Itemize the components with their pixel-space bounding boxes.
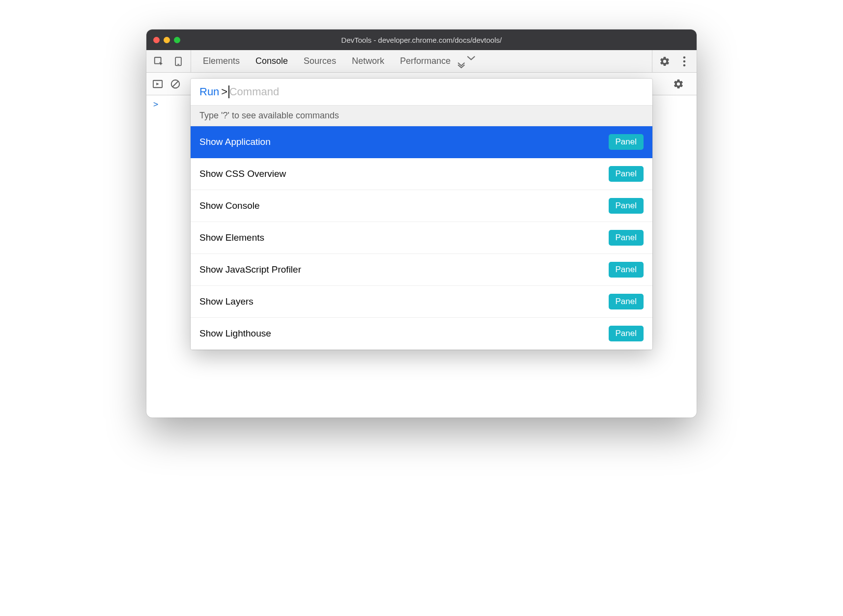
command-item-badge: Panel xyxy=(609,326,644,341)
command-item-show-console[interactable]: Show Console Panel xyxy=(191,190,652,222)
svg-point-4 xyxy=(683,60,686,62)
devtools-window: DevTools - developer.chrome.com/docs/dev… xyxy=(146,29,697,418)
settings-gear-icon[interactable] xyxy=(659,56,670,67)
command-item-show-lighthouse[interactable]: Show Lighthouse Panel xyxy=(191,318,652,350)
tab-performance[interactable]: Performance xyxy=(400,56,450,66)
more-menu-icon[interactable] xyxy=(679,56,690,67)
tab-sources[interactable]: Sources xyxy=(304,56,336,66)
command-item-badge: Panel xyxy=(609,134,644,150)
command-item-show-elements[interactable]: Show Elements Panel xyxy=(191,222,652,254)
minimize-window-button[interactable] xyxy=(164,37,170,43)
window-title: DevTools - developer.chrome.com/docs/dev… xyxy=(146,36,697,44)
titlebar: DevTools - developer.chrome.com/docs/dev… xyxy=(146,29,697,50)
svg-line-9 xyxy=(173,81,178,86)
command-menu-symbol: > xyxy=(221,85,227,98)
command-menu-prefix: Run xyxy=(199,85,219,98)
command-item-label: Show CSS Overview xyxy=(199,168,609,179)
command-item-badge: Panel xyxy=(609,230,644,246)
tab-network[interactable]: Network xyxy=(352,56,384,66)
more-tabs-icon[interactable] xyxy=(466,55,476,68)
svg-point-5 xyxy=(683,64,686,66)
command-item-badge: Panel xyxy=(609,262,644,278)
close-window-button[interactable] xyxy=(153,37,160,43)
main-tabbar: Elements Console Sources Network Perform… xyxy=(146,50,697,73)
command-item-badge: Panel xyxy=(609,166,644,182)
command-item-badge: Panel xyxy=(609,198,644,214)
maximize-window-button[interactable] xyxy=(174,37,180,43)
tab-list: Elements Console Sources Network Perform… xyxy=(191,50,652,72)
command-item-show-layers[interactable]: Show Layers Panel xyxy=(191,286,652,318)
command-item-show-css-overview[interactable]: Show CSS Overview Panel xyxy=(191,158,652,190)
traffic-lights xyxy=(153,37,180,43)
command-item-badge: Panel xyxy=(609,294,644,309)
command-menu-placeholder: Command xyxy=(229,85,279,98)
command-item-label: Show Application xyxy=(199,137,609,147)
command-menu: Run > Command Type '?' to see available … xyxy=(191,79,652,350)
tab-elements[interactable]: Elements xyxy=(203,56,240,66)
console-settings-gear-icon[interactable] xyxy=(673,79,684,89)
console-prompt-chevron: > xyxy=(153,99,158,109)
command-item-label: Show Elements xyxy=(199,232,609,243)
device-toolbar-icon[interactable] xyxy=(173,56,184,67)
clear-console-icon[interactable] xyxy=(170,79,181,89)
command-menu-input[interactable]: Run > Command xyxy=(191,79,652,105)
command-item-show-javascript-profiler[interactable]: Show JavaScript Profiler Panel xyxy=(191,254,652,286)
command-menu-hint: Type '?' to see available commands xyxy=(191,105,652,126)
svg-marker-7 xyxy=(156,83,159,85)
command-item-label: Show Layers xyxy=(199,296,609,307)
command-item-label: Show JavaScript Profiler xyxy=(199,264,609,275)
toggle-sidebar-icon[interactable] xyxy=(152,79,163,89)
command-menu-list: Show Application Panel Show CSS Overview… xyxy=(191,126,652,350)
svg-point-3 xyxy=(683,56,686,58)
command-item-label: Show Lighthouse xyxy=(199,328,609,339)
command-item-show-application[interactable]: Show Application Panel xyxy=(191,126,652,158)
inspect-element-icon[interactable] xyxy=(153,56,164,67)
tab-console[interactable]: Console xyxy=(255,56,288,66)
command-item-label: Show Console xyxy=(199,200,609,211)
